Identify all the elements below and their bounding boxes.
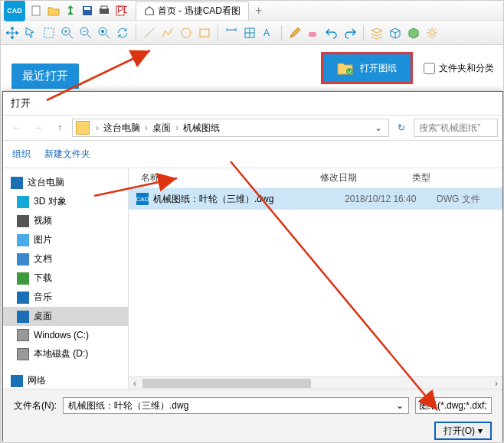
- dwg-file-icon: CAD: [136, 193, 149, 205]
- picture-icon: [17, 234, 29, 246]
- col-type[interactable]: 类型: [412, 171, 502, 184]
- search-input[interactable]: 搜索"机械图纸": [414, 119, 498, 137]
- tree-documents[interactable]: 文档: [3, 249, 128, 269]
- line-icon[interactable]: [142, 26, 156, 40]
- svg-point-18: [346, 68, 352, 74]
- crumb-folder[interactable]: 机械图纸: [180, 122, 223, 135]
- zoom-out-icon[interactable]: [79, 26, 93, 40]
- move-icon[interactable]: [5, 26, 19, 40]
- path-dropdown-icon[interactable]: ⌄: [371, 122, 385, 133]
- tree-3d-objects[interactable]: 3D 对象: [3, 192, 128, 211]
- erase-icon[interactable]: [306, 26, 320, 40]
- dialog-toolbar: 组织 新建文件夹: [3, 141, 502, 168]
- svg-text:A: A: [263, 28, 270, 38]
- checkbox-input[interactable]: [424, 63, 435, 74]
- col-date[interactable]: 修改日期: [320, 171, 412, 184]
- zoom-fit-icon[interactable]: [97, 26, 111, 40]
- nav-up-button[interactable]: ↑: [51, 119, 69, 137]
- cube-icon[interactable]: [388, 26, 402, 40]
- chevron-down-icon[interactable]: ▾: [478, 425, 483, 436]
- svg-rect-0: [32, 6, 40, 15]
- tree-drive-d[interactable]: 本地磁盘 (D:): [3, 344, 128, 363]
- nav-forward-button[interactable]: →: [29, 119, 47, 137]
- path-breadcrumb[interactable]: › 这台电脑 › 桌面 › 机械图纸 ⌄: [72, 119, 389, 137]
- select-rect-icon[interactable]: [42, 26, 56, 40]
- circle-icon[interactable]: [179, 26, 193, 40]
- list-item[interactable]: CAD 机械图纸：叶轮（三维）.dwg 2018/10/12 16:40 DWG…: [129, 188, 502, 210]
- organize-menu[interactable]: 组织: [12, 148, 31, 161]
- sync-icon[interactable]: [116, 26, 129, 40]
- svg-rect-4: [101, 6, 107, 9]
- tree-icon[interactable]: [64, 5, 77, 17]
- text-icon[interactable]: A: [261, 26, 275, 40]
- tree-drive-c[interactable]: Windows (C:): [3, 326, 128, 344]
- print-icon[interactable]: [98, 5, 110, 17]
- dialog-footer: 文件名(N): 机械图纸：叶轮（三维）.dwg ⌄ 图纸(*.dwg;*.dxf…: [3, 389, 502, 443]
- separator: [136, 25, 136, 41]
- svg-rect-16: [309, 32, 316, 37]
- svg-point-11: [101, 30, 104, 33]
- redo-icon[interactable]: [343, 26, 357, 40]
- svg-rect-13: [200, 29, 209, 37]
- desktop-icon: [17, 311, 29, 323]
- new-tab-button[interactable]: +: [249, 4, 268, 18]
- open-icon[interactable]: [47, 5, 60, 17]
- tree-this-pc[interactable]: 这台电脑: [3, 173, 128, 192]
- open-button[interactable]: 打开(O) ▾: [434, 422, 492, 440]
- tree-downloads[interactable]: 下载: [3, 269, 128, 288]
- edit-icon[interactable]: [288, 26, 302, 40]
- tree-desktop[interactable]: 桌面: [3, 307, 128, 326]
- folder-category-checkbox[interactable]: 文件夹和分类: [424, 62, 494, 75]
- svg-point-12: [182, 28, 191, 37]
- recent-open-button[interactable]: 最近打开: [11, 64, 79, 89]
- pdf-icon[interactable]: PDF: [115, 5, 127, 17]
- svg-rect-2: [84, 7, 90, 10]
- drive-icon: [17, 348, 29, 360]
- app-logo: CAD: [4, 0, 25, 21]
- folder-icon: [76, 121, 90, 135]
- open-drawing-button[interactable]: 打开图纸: [321, 52, 413, 84]
- horizontal-scrollbar[interactable]: ‹ ›: [129, 376, 502, 389]
- file-name: 机械图纸：叶轮（三维）.dwg: [153, 193, 345, 206]
- measure-icon[interactable]: [224, 26, 238, 40]
- layer-icon[interactable]: [370, 26, 384, 40]
- rect-icon[interactable]: [198, 26, 211, 40]
- area-icon[interactable]: [243, 26, 257, 40]
- crumb-desktop[interactable]: 桌面: [149, 122, 174, 135]
- new-folder-button[interactable]: 新建文件夹: [44, 148, 90, 161]
- folder-tree: 这台电脑 3D 对象 视频 图片 文档 下载 音乐 桌面 Windows (C:…: [3, 168, 129, 389]
- gear-icon[interactable]: [425, 26, 439, 40]
- undo-icon[interactable]: [325, 26, 339, 40]
- tree-pictures[interactable]: 图片: [3, 230, 128, 249]
- crumb-pc[interactable]: 这台电脑: [100, 122, 143, 135]
- nav-back-button[interactable]: ←: [8, 119, 26, 137]
- document-icon: [17, 253, 29, 265]
- scroll-right-button[interactable]: ›: [490, 378, 502, 389]
- new-icon[interactable]: [31, 5, 43, 17]
- tree-music[interactable]: 音乐: [3, 288, 128, 307]
- zoom-in-icon[interactable]: [61, 26, 74, 40]
- polyline-icon[interactable]: [161, 26, 175, 40]
- col-name[interactable]: 名称: [129, 171, 320, 184]
- tree-videos[interactable]: 视频: [3, 211, 128, 230]
- toolbar: A: [1, 21, 503, 45]
- scroll-left-button[interactable]: ‹: [129, 378, 141, 389]
- home-icon: [144, 5, 155, 16]
- scroll-thumb[interactable]: [142, 379, 311, 388]
- chevron-down-icon[interactable]: ⌄: [396, 400, 404, 411]
- title-bar: CAD PDF 首页 - 迅捷CAD看图 +: [1, 1, 503, 21]
- cube3d-icon[interactable]: [407, 26, 421, 40]
- list-header: 名称 修改日期 类型: [129, 168, 502, 188]
- music-icon: [17, 292, 29, 304]
- dialog-body: 这台电脑 3D 对象 视频 图片 文档 下载 音乐 桌面 Windows (C:…: [3, 168, 502, 389]
- save-icon[interactable]: [81, 5, 93, 17]
- video-icon: [17, 215, 29, 227]
- filetype-select[interactable]: 图纸(*.dwg;*.dxf;: [415, 397, 492, 414]
- refresh-button[interactable]: ↻: [392, 119, 411, 137]
- tab-home[interactable]: 首页 - 迅捷CAD看图: [136, 2, 249, 20]
- filename-input[interactable]: 机械图纸：叶轮（三维）.dwg ⌄: [63, 397, 409, 414]
- checkbox-label: 文件夹和分类: [439, 62, 494, 75]
- tree-network[interactable]: 网络: [3, 371, 128, 389]
- cursor-icon[interactable]: [24, 26, 38, 40]
- network-icon: [11, 375, 23, 387]
